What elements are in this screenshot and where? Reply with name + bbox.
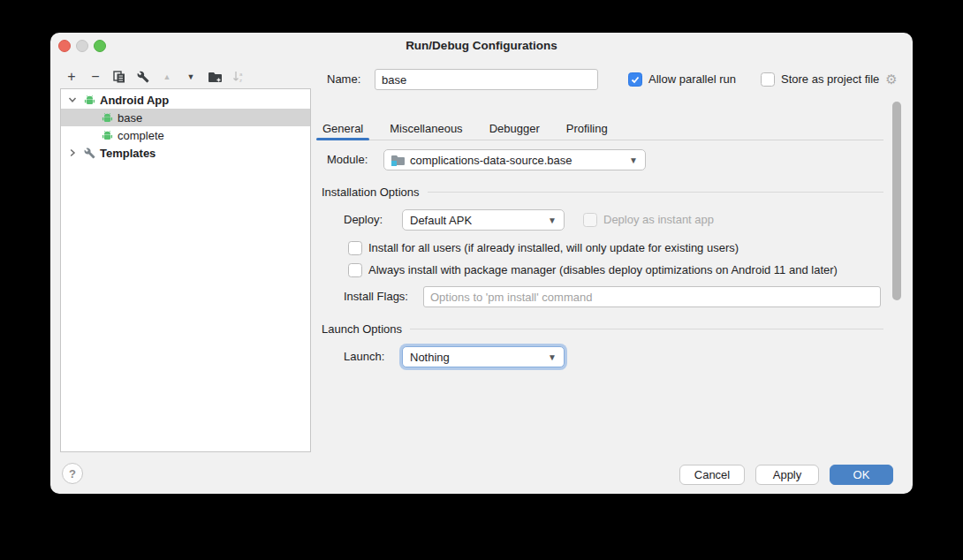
tree-item-complete[interactable]: complete xyxy=(61,126,310,144)
chevron-right-icon[interactable] xyxy=(66,148,79,157)
allow-parallel-run-option: Allow parallel run xyxy=(628,72,736,87)
launch-options-section: Launch Options xyxy=(322,322,883,336)
wrench-icon[interactable] xyxy=(136,70,150,84)
deploy-as-instant-app-option: Deploy as instant app xyxy=(583,213,714,227)
help-button[interactable]: ? xyxy=(62,463,83,484)
remove-icon[interactable]: − xyxy=(88,70,102,84)
new-folder-icon[interactable] xyxy=(208,70,222,84)
configurations-toolbar: + − ▲ ▼ a z xyxy=(64,68,246,86)
installation-options-title: Installation Options xyxy=(322,185,420,199)
always-install-with-package-manager-checkbox[interactable] xyxy=(348,263,362,277)
tree-item-label: complete xyxy=(118,129,164,142)
chevron-down-icon: ▼ xyxy=(548,352,557,362)
section-divider xyxy=(410,329,883,329)
store-as-project-file-label[interactable]: Store as project file xyxy=(781,72,879,87)
install-flags-input[interactable] xyxy=(423,286,881,307)
titlebar[interactable]: Run/Debug Configurations xyxy=(50,33,913,57)
allow-parallel-run-label[interactable]: Allow parallel run xyxy=(648,72,736,87)
install-for-all-users-label[interactable]: Install for all users (if already instal… xyxy=(368,241,739,255)
chevron-down-icon: ▼ xyxy=(548,216,557,225)
svg-text:z: z xyxy=(239,78,242,83)
chevron-down-icon: ▼ xyxy=(629,155,638,165)
deploy-dropdown[interactable]: Default APK ▼ xyxy=(402,209,565,231)
module-icon xyxy=(391,155,405,166)
move-down-icon[interactable]: ▼ xyxy=(184,70,198,84)
tree-item-templates[interactable]: Templates xyxy=(61,144,310,162)
add-icon[interactable]: + xyxy=(64,70,79,84)
gear-icon[interactable]: ⚙ xyxy=(885,72,897,87)
name-label: Name: xyxy=(327,69,360,90)
android-icon xyxy=(102,112,113,124)
vertical-scrollbar-thumb[interactable] xyxy=(892,102,901,300)
name-input[interactable] xyxy=(375,69,598,90)
deploy-label: Deploy: xyxy=(344,209,383,231)
tree-item-android-app[interactable]: Android App xyxy=(61,91,310,109)
module-dropdown[interactable]: complications-data-source.base ▼ xyxy=(383,149,646,170)
launch-dropdown[interactable]: Nothing ▼ xyxy=(402,346,565,367)
launch-value: Nothing xyxy=(410,351,450,364)
always-install-with-package-manager-option: Always install with package manager (dis… xyxy=(348,263,838,277)
module-label: Module: xyxy=(327,149,368,170)
always-install-with-package-manager-label[interactable]: Always install with package manager (dis… xyxy=(368,263,838,277)
store-as-project-file-checkbox[interactable] xyxy=(761,72,775,87)
store-as-project-file-option: Store as project file ⚙ xyxy=(761,72,898,87)
launch-options-title: Launch Options xyxy=(322,322,402,336)
deploy-value: Default APK xyxy=(410,214,472,227)
tree-item-label: Android App xyxy=(100,94,169,107)
tree-item-label: base xyxy=(118,111,142,125)
installation-options-section: Installation Options xyxy=(322,185,883,199)
tree-item-label: Templates xyxy=(100,147,155,160)
allow-parallel-run-checkbox[interactable] xyxy=(628,72,642,87)
apply-button[interactable]: Apply xyxy=(755,465,819,485)
run-debug-configurations-dialog: Run/Debug Configurations + − ▲ ▼ xyxy=(50,33,913,494)
window-title: Run/Debug Configurations xyxy=(50,33,913,57)
section-divider xyxy=(428,192,883,193)
android-icon xyxy=(102,130,113,141)
launch-label: Launch: xyxy=(344,346,384,367)
tab-debugger[interactable]: Debugger xyxy=(487,117,542,140)
deploy-as-instant-app-checkbox xyxy=(583,213,597,227)
move-up-icon: ▲ xyxy=(160,70,174,84)
tab-miscellaneous[interactable]: Miscellaneous xyxy=(387,117,465,140)
tree-item-base[interactable]: base xyxy=(61,109,310,126)
install-for-all-users-option: Install for all users (if already instal… xyxy=(348,241,739,255)
cancel-button[interactable]: Cancel xyxy=(679,465,745,485)
settings-tabs: General Miscellaneous Debugger Profiling xyxy=(320,117,883,140)
svg-text:a: a xyxy=(239,72,243,77)
install-flags-label: Install Flags: xyxy=(344,286,408,307)
sort-alphabetically-icon: a z xyxy=(231,70,246,84)
chevron-down-icon[interactable] xyxy=(66,95,79,104)
tab-profiling[interactable]: Profiling xyxy=(564,117,610,140)
configurations-tree: Android App base xyxy=(60,88,311,452)
wrench-icon xyxy=(84,148,95,159)
install-for-all-users-checkbox[interactable] xyxy=(348,241,362,255)
ok-button[interactable]: OK xyxy=(830,465,893,485)
dialog-buttons: Cancel Apply OK xyxy=(679,465,893,485)
tab-general[interactable]: General xyxy=(320,117,366,140)
deploy-as-instant-app-label: Deploy as instant app xyxy=(603,213,714,227)
android-icon xyxy=(84,95,95,106)
module-value: complications-data-source.base xyxy=(410,154,572,167)
copy-icon[interactable] xyxy=(112,70,126,84)
